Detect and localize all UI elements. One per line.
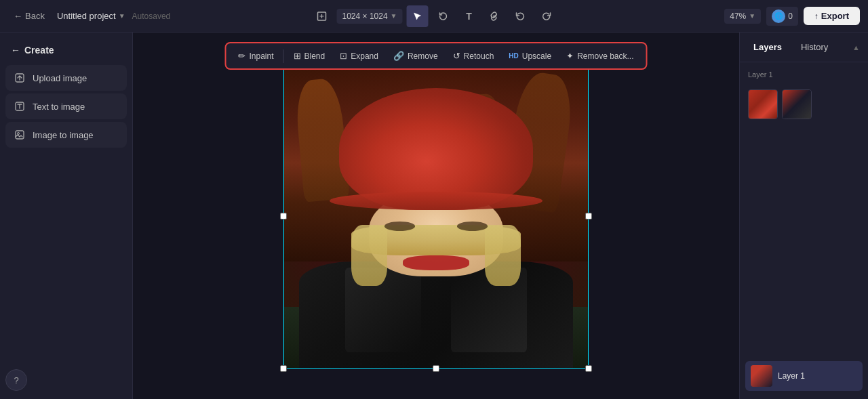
remove-bg-label: Remove back... [577,51,633,61]
help-button[interactable]: ? [5,369,27,391]
layer-thumb-1[interactable] [748,89,778,119]
floating-toolbar: ✏ Inpaint ⊞ Blend ⊡ Expand 🔗 Remove ↺ Re… [224,42,647,70]
retouch-label: Retouch [464,51,494,61]
user-count: 0 [788,12,793,21]
upscale-icon: HD [509,52,518,60]
history-chevron-icon: ▲ [852,43,860,51]
toolbar-divider-1 [283,49,284,63]
expand-label: Expand [351,51,378,61]
canvas-size-value: 1024 × 1024 [342,12,388,21]
handle-bottom-right[interactable] [585,365,592,372]
zoom-value: 47% [730,12,746,21]
handle-bottom-left[interactable] [280,365,287,372]
svg-point-4 [18,133,20,135]
export-button[interactable]: ↑ Export [804,7,860,25]
upscale-btn[interactable]: HD Upscale [502,48,558,64]
back-button[interactable]: ← Back [8,8,50,24]
layer-thumb-1-inner [749,90,777,119]
sidebar-footer: ? [5,369,127,391]
expand-icon: ⊡ [340,51,347,61]
handle-mid-right[interactable] [585,213,592,219]
canvas-image [283,64,589,369]
retouch-btn[interactable]: ↺ Retouch [446,47,501,64]
topbar-center-controls: 1024 × 1024 ▼ T [311,5,557,27]
layer-row-1[interactable]: Layer 1 [745,361,863,391]
handle-mid-left[interactable] [280,213,287,219]
svg-rect-3 [16,131,24,139]
project-title: Untitled project [57,11,116,21]
blend-label: Blend [304,51,326,61]
canvas-size-selector[interactable]: 1024 × 1024 ▼ [337,9,403,24]
layer-thumb-2[interactable] [782,89,812,119]
undo-btn[interactable] [509,5,531,27]
inpaint-btn[interactable]: ✏ Inpaint [231,47,280,64]
right-sidebar: Layers History ▲ Layer 1 Layer 1 [739,33,868,399]
upscale-label: Upscale [522,51,551,61]
canvas-area: ✏ Inpaint ⊞ Blend ⊡ Expand 🔗 Remove ↺ Re… [133,33,739,399]
remove-bg-icon: ✦ [566,51,574,61]
handle-bottom-mid[interactable] [433,365,439,372]
rotate-tool-btn[interactable] [432,5,454,27]
topbar: ← Back Untitled project ▼ Autosaved 1024… [0,0,868,33]
layer-thumbnails [745,87,863,122]
layer-row-label: Layer 1 [778,371,805,381]
export-label: Export [821,11,849,21]
redo-btn[interactable] [535,5,557,27]
image-background [284,64,588,368]
back-label: Back [25,11,45,21]
layer-row-thumb [751,365,772,387]
remove-bg-btn[interactable]: ✦ Remove back... [559,47,640,64]
text-icon [14,100,26,112]
layer-section-label: Layer 1 [745,70,863,79]
topbar-right: 47% ▼ 🌐 0 ↑ Export [724,7,860,26]
tab-history[interactable]: History [795,38,833,56]
export-arrow-icon: ↑ [814,12,818,21]
text-tool-btn[interactable]: T [458,5,479,27]
right-sidebar-tabs: Layers History ▲ [740,33,868,62]
text-to-image-label: Text to image [33,102,85,112]
sidebar-header: ← Create [5,41,127,60]
title-chevron-icon: ▼ [119,12,125,20]
back-arrow-icon: ← [14,11,22,21]
inpaint-label: Inpaint [249,51,273,61]
sidebar-item-upload-image[interactable]: Upload image [5,65,127,91]
size-chevron-icon: ▼ [391,12,397,20]
canvas-image-container[interactable]: ↻ [283,64,589,369]
remove-icon: 🔗 [393,51,404,61]
select-tool-btn[interactable] [406,5,428,27]
expand-btn[interactable]: ⊡ Expand [333,47,385,64]
right-sidebar-content: Layer 1 Layer 1 [740,62,868,399]
project-title-button[interactable]: Untitled project ▼ [57,11,125,21]
resize-icon-btn[interactable] [311,5,333,27]
left-sidebar: ← Create Upload image Text to image [0,33,133,399]
blend-icon: ⊞ [294,51,301,61]
inpaint-icon: ✏ [238,51,245,61]
layer-row-thumb-inner [751,365,772,387]
users-button[interactable]: 🌐 0 [766,7,798,26]
retouch-icon: ↺ [453,51,460,61]
sidebar-item-image-to-image[interactable]: Image to image [5,122,127,148]
tab-layers[interactable]: Layers [748,38,787,56]
sidebar-item-text-to-image[interactable]: Text to image [5,93,127,119]
remove-btn[interactable]: 🔗 Remove [387,47,445,64]
sidebar-back-icon: ← [11,45,20,56]
upload-icon [14,72,26,84]
blend-btn[interactable]: ⊞ Blend [287,47,332,64]
image-to-image-label: Image to image [33,130,94,140]
zoom-selector[interactable]: 47% ▼ [724,9,761,24]
zoom-chevron-icon: ▼ [749,12,755,20]
user-avatar: 🌐 [772,9,785,23]
autosave-status: Autosaved [132,12,171,21]
link-tool-btn[interactable] [484,5,505,27]
remove-label: Remove [408,51,438,61]
image-icon [14,129,26,141]
main-layout: ← Create Upload image Text to image [0,33,868,399]
upload-image-label: Upload image [33,73,87,83]
sidebar-title: Create [24,45,54,56]
layer-thumb-2-inner [783,90,811,119]
